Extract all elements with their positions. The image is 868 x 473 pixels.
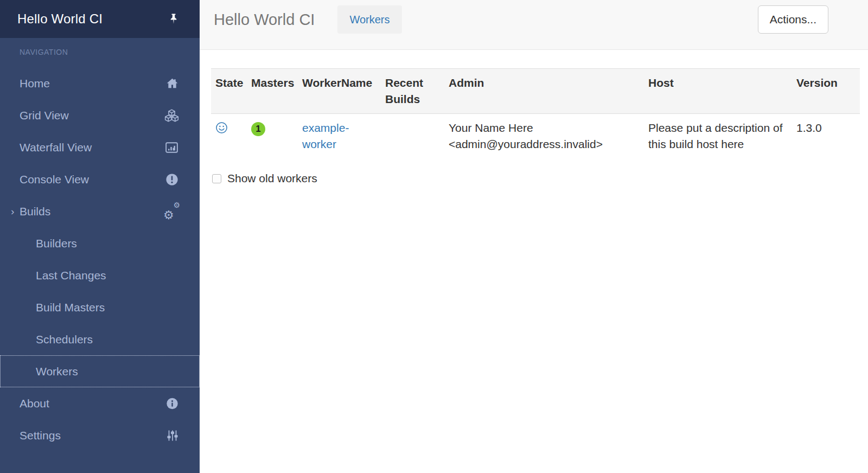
sidebar-item-workers[interactable]: Workers: [0, 355, 200, 387]
sidebar: Hello World CI NAVIGATION Home Grid View: [0, 0, 200, 473]
recent-builds-cell: [381, 114, 444, 159]
sidebar-section-label: NAVIGATION: [20, 48, 200, 59]
show-old-workers-label: Show old workers: [227, 172, 317, 185]
sidebar-item-label: Schedulers: [36, 333, 93, 346]
sidebar-nav: Home Grid View Waterfall View: [0, 67, 200, 451]
sidebar-item-label: Workers: [36, 365, 78, 378]
sidebar-item-label: Build Masters: [36, 301, 105, 314]
worker-connected-smiley-icon: [215, 122, 228, 134]
workers-table: State Masters WorkerName Recent Builds A…: [211, 68, 860, 158]
sidebar-item-label: Settings: [20, 429, 61, 442]
sidebar-item-label: Builds: [20, 205, 50, 218]
sidebar-item-last-changes[interactable]: Last Changes: [0, 259, 200, 291]
bar-chart-icon: [164, 140, 179, 155]
sidebar-item-schedulers[interactable]: Schedulers: [0, 323, 200, 355]
column-header-admin: Admin: [444, 69, 644, 114]
sidebar-item-label: Home: [20, 77, 50, 90]
sidebar-item-label: Waterfall View: [20, 141, 92, 154]
sidebar-header: Hello World CI: [0, 0, 200, 38]
column-header-state: State: [211, 69, 247, 114]
column-header-masters: Masters: [247, 69, 298, 114]
main-area: Hello World CI Workers Actions... State …: [200, 0, 868, 473]
sidebar-item-home[interactable]: Home: [0, 67, 200, 99]
sidebar-item-label: About: [20, 397, 49, 410]
sidebar-item-waterfall-view[interactable]: Waterfall View: [0, 131, 200, 163]
pin-sidebar-icon[interactable]: [167, 12, 180, 25]
sidebar-item-label: Console View: [20, 173, 89, 186]
admin-cell: Your Name Here <admin@youraddress.invali…: [444, 114, 644, 159]
worker-name-link[interactable]: example-worker: [302, 122, 349, 150]
workers-table-header-row: State Masters WorkerName Recent Builds A…: [211, 69, 860, 114]
cogs-icon: ⚙ ⚙: [164, 204, 179, 219]
sidebar-item-label: Grid View: [20, 109, 69, 122]
show-old-workers-checkbox[interactable]: [212, 174, 221, 183]
sidebar-item-grid-view[interactable]: Grid View: [0, 99, 200, 131]
sidebar-item-build-masters[interactable]: Build Masters: [0, 291, 200, 323]
sidebar-item-label: Builders: [36, 237, 77, 250]
chevron-right-icon: ›: [11, 195, 14, 227]
exclamation-circle-icon: [165, 172, 179, 187]
column-header-workername: WorkerName: [298, 69, 381, 114]
host-cell: Please put a description of this build h…: [644, 114, 792, 159]
show-old-workers-control[interactable]: Show old workers: [212, 172, 317, 185]
tab-workers[interactable]: Workers: [337, 5, 401, 34]
sidebar-item-about[interactable]: About: [0, 387, 200, 419]
sidebar-item-label: Last Changes: [36, 269, 106, 282]
actions-button[interactable]: Actions...: [758, 5, 828, 34]
sidebar-item-console-view[interactable]: Console View: [0, 163, 200, 195]
column-header-version: Version: [792, 69, 860, 114]
info-circle-icon: [165, 397, 179, 410]
sidebar-item-settings[interactable]: Settings: [0, 419, 200, 451]
page-header: Hello World CI Workers Actions...: [200, 0, 868, 50]
page-title: Hello World CI: [214, 5, 315, 34]
worker-row: 1 example-worker Your Name Here <admin@y…: [211, 114, 860, 159]
content: State Masters WorkerName Recent Builds A…: [200, 50, 868, 185]
masters-count-badge: 1: [251, 122, 265, 136]
sidebar-app-title: Hello World CI: [17, 11, 103, 27]
cubes-icon: [164, 108, 179, 123]
sidebar-item-builders[interactable]: Builders: [0, 227, 200, 259]
sidebar-item-builds[interactable]: › Builds ⚙ ⚙: [0, 195, 200, 227]
column-header-recent-builds: Recent Builds: [381, 69, 444, 114]
home-icon: [165, 76, 179, 90]
sliders-icon: [166, 429, 179, 442]
version-cell: 1.3.0: [792, 114, 860, 159]
column-header-host: Host: [644, 69, 792, 114]
